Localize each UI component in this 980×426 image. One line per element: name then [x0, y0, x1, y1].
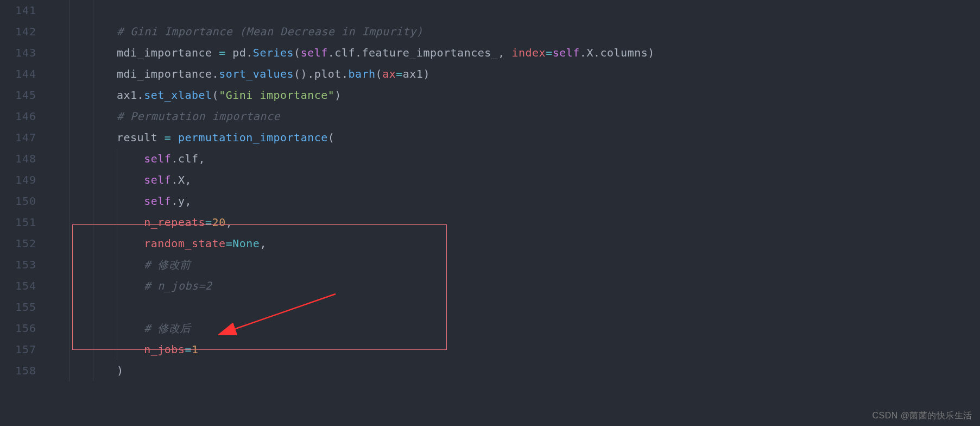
fold-gutter: [52, 212, 69, 233]
token: (: [294, 46, 301, 59]
line-number: 142: [0, 21, 52, 42]
token: None: [232, 237, 260, 250]
code-line[interactable]: 146# Permutation importance: [0, 106, 980, 127]
watermark-text: CSDN @菌菌的快乐生活: [872, 410, 972, 422]
code-line[interactable]: 147result = permutation_importance(: [0, 127, 980, 148]
token: =: [165, 131, 172, 144]
token: self: [144, 152, 171, 165]
token: ,: [226, 216, 233, 229]
code-content[interactable]: mdi_importance.sort_values().plot.barh(a…: [117, 64, 980, 85]
code-line[interactable]: 158): [0, 360, 980, 381]
code-content[interactable]: self.clf,: [117, 148, 980, 170]
indent-guides: [69, 297, 117, 318]
token: "Gini importance": [219, 89, 334, 102]
code-line[interactable]: 142# Gini Importance (Mean Decrease in I…: [0, 21, 980, 42]
code-content[interactable]: [117, 297, 980, 318]
indent-guides: [69, 85, 117, 106]
indent-guides: [69, 0, 117, 21]
fold-gutter: [52, 318, 69, 339]
fold-gutter: [52, 233, 69, 254]
token: ): [117, 364, 124, 377]
code-line[interactable]: 145ax1.set_xlabel("Gini importance"): [0, 85, 980, 106]
code-content[interactable]: n_jobs=1: [117, 339, 980, 360]
code-line[interactable]: 156 # 修改后: [0, 318, 980, 339]
line-number: 141: [0, 0, 52, 21]
code-line[interactable]: 153 # 修改前: [0, 254, 980, 275]
indent-guides: [69, 254, 117, 275]
code-line[interactable]: 141: [0, 0, 980, 21]
token: .clf.feature_importances_,: [328, 46, 512, 59]
code-content[interactable]: result = permutation_importance(: [117, 127, 980, 148]
token: sort_values: [219, 67, 294, 80]
code-line[interactable]: 155: [0, 297, 980, 318]
token: .X.columns: [580, 46, 648, 59]
line-number: 158: [0, 360, 52, 381]
fold-gutter: [52, 106, 69, 127]
indent-guides: [69, 170, 117, 191]
code-line[interactable]: 152 random_state=None,: [0, 233, 980, 254]
fold-gutter: [52, 275, 69, 297]
token: mdi_importance.: [117, 67, 219, 80]
token: self: [553, 46, 580, 59]
token: permutation_importance: [178, 131, 328, 144]
token: =: [226, 237, 233, 250]
code-line[interactable]: 149 self.X,: [0, 170, 980, 191]
token: set_xlabel: [144, 89, 212, 102]
code-content[interactable]: # 修改后: [117, 318, 980, 339]
token: self: [301, 46, 328, 59]
code-content[interactable]: # 修改前: [117, 254, 980, 275]
token: ): [648, 46, 655, 59]
token: .clf,: [171, 152, 205, 165]
line-number: 151: [0, 212, 52, 233]
token: # n_jobs=2: [144, 279, 212, 292]
code-content[interactable]: n_repeats=20,: [117, 212, 980, 233]
indent-guides: [69, 339, 117, 360]
fold-gutter: [52, 191, 69, 212]
token: n_repeats: [144, 216, 205, 229]
code-content[interactable]: # n_jobs=2: [117, 275, 980, 297]
indent-guides: [69, 106, 117, 127]
token: =: [546, 46, 553, 59]
code-line[interactable]: 150 self.y,: [0, 191, 980, 212]
fold-gutter: [52, 170, 69, 191]
token: # 修改前: [144, 258, 191, 271]
code-line[interactable]: 148 self.clf,: [0, 148, 980, 170]
code-content[interactable]: self.y,: [117, 191, 980, 212]
code-content[interactable]: random_state=None,: [117, 233, 980, 254]
token: =: [205, 216, 212, 229]
token: ,: [260, 237, 267, 250]
fold-gutter: [52, 0, 69, 21]
token: 1: [192, 343, 199, 356]
token: mdi_importance: [117, 46, 219, 59]
code-line[interactable]: 144mdi_importance.sort_values().plot.bar…: [0, 64, 980, 85]
fold-gutter: [52, 21, 69, 42]
code-content[interactable]: # Gini Importance (Mean Decrease in Impu…: [117, 21, 980, 42]
code-line[interactable]: 151 n_repeats=20,: [0, 212, 980, 233]
code-content[interactable]: mdi_importance = pd.Series(self.clf.feat…: [117, 42, 980, 64]
token: 20: [212, 216, 226, 229]
token: (: [376, 67, 383, 80]
token: .y,: [171, 195, 192, 208]
line-number: 157: [0, 339, 52, 360]
code-content[interactable]: ): [117, 360, 980, 381]
token: ax1.: [117, 89, 144, 102]
token: ): [334, 89, 342, 102]
code-line[interactable]: 154 # n_jobs=2: [0, 275, 980, 297]
line-number: 153: [0, 254, 52, 275]
code-line[interactable]: 143mdi_importance = pd.Series(self.clf.f…: [0, 42, 980, 64]
token: ax1: [403, 67, 423, 80]
line-number: 147: [0, 127, 52, 148]
token: (: [212, 89, 219, 102]
line-number: 149: [0, 170, 52, 191]
code-content[interactable]: [117, 0, 980, 21]
fold-gutter: [52, 64, 69, 85]
code-content[interactable]: ax1.set_xlabel("Gini importance"): [117, 85, 980, 106]
line-number: 154: [0, 275, 52, 297]
code-editor[interactable]: 141142# Gini Importance (Mean Decrease i…: [0, 0, 980, 426]
code-content[interactable]: # Permutation importance: [117, 106, 980, 127]
code-line[interactable]: 157 n_jobs=1: [0, 339, 980, 360]
code-content[interactable]: self.X,: [117, 170, 980, 191]
line-number: 145: [0, 85, 52, 106]
token: (: [328, 131, 335, 144]
token: # Permutation importance: [117, 110, 280, 123]
